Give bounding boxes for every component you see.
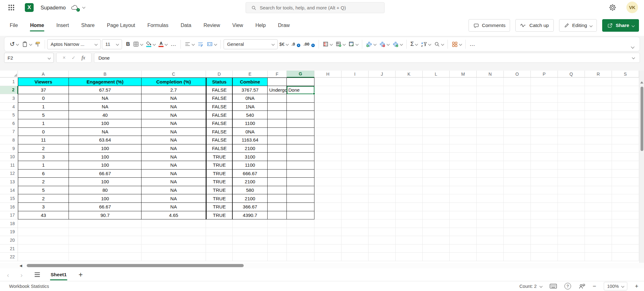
row-header-11[interactable]: 11 xyxy=(0,161,18,170)
cell-M8[interactable] xyxy=(450,136,477,144)
title-menu-chevron-icon[interactable] xyxy=(82,6,85,9)
cell-N21[interactable] xyxy=(477,245,504,253)
cell-D21[interactable] xyxy=(206,245,233,253)
cell-K5[interactable] xyxy=(396,111,423,119)
tab-help[interactable]: Help xyxy=(255,21,266,30)
align-chevron-icon[interactable] xyxy=(192,43,195,46)
find-chevron-icon[interactable] xyxy=(441,43,444,46)
cell-M5[interactable] xyxy=(450,111,477,119)
cell-G16[interactable] xyxy=(287,203,314,211)
tab-data[interactable]: Data xyxy=(180,21,192,30)
cell-F3[interactable] xyxy=(268,94,287,103)
cell-Q12[interactable] xyxy=(558,170,585,178)
cell-S20[interactable] xyxy=(612,236,639,245)
cell-J15[interactable] xyxy=(369,194,396,203)
cell-L6[interactable] xyxy=(423,119,450,128)
column-header-P[interactable]: P xyxy=(531,71,558,78)
cell-F10[interactable] xyxy=(268,153,287,161)
vertical-scroll-thumb[interactable] xyxy=(641,87,643,151)
cell-G19[interactable] xyxy=(287,228,314,236)
column-header-G[interactable]: G xyxy=(287,71,314,78)
cell-O15[interactable] xyxy=(504,194,531,203)
cell-E21[interactable] xyxy=(233,245,268,253)
cell-R4[interactable] xyxy=(585,103,612,111)
cell-G3[interactable] xyxy=(287,94,314,103)
find-button[interactable] xyxy=(432,39,445,50)
cell-R2[interactable] xyxy=(585,86,612,94)
row-header-16[interactable]: 16 xyxy=(0,203,18,211)
cell-S15[interactable] xyxy=(612,194,639,203)
cell-N13[interactable] xyxy=(477,178,504,186)
cell-I14[interactable] xyxy=(341,186,369,195)
cell-J11[interactable] xyxy=(369,161,396,170)
font-color-button[interactable]: A xyxy=(157,39,169,50)
cell-M22[interactable] xyxy=(450,253,477,261)
cell-E4[interactable]: 1NA xyxy=(233,103,268,111)
column-header-E[interactable]: E xyxy=(233,71,268,78)
zoom-out-button[interactable]: − xyxy=(593,283,596,289)
cell-K12[interactable] xyxy=(396,170,423,178)
column-header-A[interactable]: A xyxy=(18,71,69,78)
cell-I5[interactable] xyxy=(341,111,369,119)
cell-G10[interactable] xyxy=(287,153,314,161)
cell-C20[interactable] xyxy=(142,236,206,245)
cell-N4[interactable] xyxy=(477,103,504,111)
cell-M13[interactable] xyxy=(450,178,477,186)
cell-L7[interactable] xyxy=(423,128,450,136)
cell-I16[interactable] xyxy=(341,203,369,211)
cell-C1[interactable]: Completion (%) xyxy=(142,78,206,86)
cell-G11[interactable] xyxy=(287,161,314,170)
cell-E9[interactable]: 2100 xyxy=(233,144,268,153)
cell-J19[interactable] xyxy=(369,228,396,236)
cell-A18[interactable] xyxy=(18,219,69,228)
cell-D7[interactable]: FALSE xyxy=(206,128,233,136)
cell-H10[interactable] xyxy=(314,153,341,161)
tab-view[interactable]: View xyxy=(232,21,243,30)
cell-A10[interactable]: 3 xyxy=(18,153,69,161)
row-header-2[interactable]: 2 xyxy=(0,86,18,94)
cell-E17[interactable]: 4390.7 xyxy=(233,211,268,220)
cell-C11[interactable]: NA xyxy=(142,161,206,170)
cell-R19[interactable] xyxy=(585,228,612,236)
cell-J5[interactable] xyxy=(369,111,396,119)
cell-G7[interactable] xyxy=(287,128,314,136)
cell-B14[interactable]: 80 xyxy=(69,186,142,195)
cell-I19[interactable] xyxy=(341,228,369,236)
cell-K9[interactable] xyxy=(396,144,423,153)
cell-A2[interactable]: 37 xyxy=(18,86,69,94)
all-sheets-menu-icon[interactable] xyxy=(35,272,40,277)
cell-F6[interactable] xyxy=(268,119,287,128)
cell-G4[interactable] xyxy=(287,103,314,111)
cell-I12[interactable] xyxy=(341,170,369,178)
styles-gallery-chevron-icon[interactable] xyxy=(459,43,462,46)
cell-H9[interactable] xyxy=(314,144,341,153)
cell-H22[interactable] xyxy=(314,253,341,261)
cell-D13[interactable]: TRUE xyxy=(206,178,233,186)
cell-I20[interactable] xyxy=(341,236,369,245)
cell-S7[interactable] xyxy=(612,128,639,136)
currency-chevron-icon[interactable] xyxy=(286,43,289,46)
merge-cells-button[interactable] xyxy=(205,39,218,50)
cell-H14[interactable] xyxy=(314,186,341,195)
cell-J8[interactable] xyxy=(369,136,396,144)
cell-H5[interactable] xyxy=(314,111,341,119)
cell-R10[interactable] xyxy=(585,153,612,161)
cell-G14[interactable] xyxy=(287,186,314,195)
cell-L8[interactable] xyxy=(423,136,450,144)
row-header-13[interactable]: 13 xyxy=(0,178,18,186)
excel-logo-icon[interactable]: X xyxy=(25,3,34,12)
cell-Q7[interactable] xyxy=(558,128,585,136)
cell-C12[interactable]: NA xyxy=(142,170,206,178)
cell-Q22[interactable] xyxy=(558,253,585,261)
fill-handle[interactable] xyxy=(313,93,315,95)
cell-K14[interactable] xyxy=(396,186,423,195)
cell-Q19[interactable] xyxy=(558,228,585,236)
cell-K17[interactable] xyxy=(396,211,423,220)
cell-D18[interactable] xyxy=(206,219,233,228)
cell-M16[interactable] xyxy=(450,203,477,211)
next-sheet-icon[interactable]: › xyxy=(20,272,23,278)
cell-I13[interactable] xyxy=(341,178,369,186)
cell-M20[interactable] xyxy=(450,236,477,245)
cell-C18[interactable] xyxy=(142,219,206,228)
cell-I3[interactable] xyxy=(341,94,369,103)
